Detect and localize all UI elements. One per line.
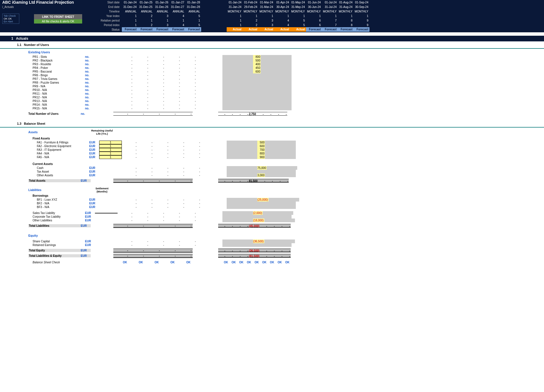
month-cell[interactable] (222, 88, 230, 92)
month-cell[interactable] (238, 107, 245, 110)
month-cell[interactable] (230, 84, 238, 88)
month-cell[interactable] (245, 211, 253, 215)
month-cell[interactable] (245, 55, 253, 59)
month-cell[interactable] (284, 73, 292, 77)
month-cell[interactable] (288, 170, 296, 173)
month-cell[interactable] (280, 219, 287, 222)
month-cell[interactable] (280, 155, 288, 159)
month-cell[interactable] (227, 166, 234, 170)
month-cell[interactable] (287, 240, 295, 243)
month-cell[interactable] (280, 144, 288, 148)
month-cell[interactable] (253, 81, 261, 84)
month-cell[interactable] (273, 152, 280, 155)
month-cell[interactable] (269, 198, 276, 202)
month-cell[interactable] (230, 99, 238, 103)
month-cell[interactable] (245, 103, 253, 107)
month-cell[interactable] (234, 198, 242, 202)
month-cell[interactable]: 800 (257, 152, 265, 155)
month-cell[interactable] (276, 88, 284, 92)
month-cell[interactable] (245, 81, 253, 84)
month-cell[interactable] (238, 92, 245, 96)
month-cell[interactable] (276, 59, 284, 62)
month-cell[interactable]: (36,500) (253, 240, 264, 243)
month-cell[interactable] (227, 173, 234, 177)
month-cell[interactable] (280, 205, 288, 209)
month-cell[interactable] (264, 240, 272, 243)
month-cell[interactable] (261, 103, 268, 107)
month-cell[interactable]: 500 (257, 141, 265, 144)
month-cell[interactable] (245, 215, 253, 219)
month-cell[interactable]: (2,000) (253, 211, 263, 215)
month-cell[interactable] (245, 59, 253, 62)
month-cell[interactable] (242, 173, 250, 177)
month-cell[interactable] (265, 202, 273, 205)
month-cell[interactable] (245, 240, 253, 243)
month-cell[interactable]: 600 (257, 144, 265, 148)
month-cell[interactable] (242, 148, 250, 152)
month-cell[interactable] (245, 66, 253, 70)
month-cell[interactable] (261, 99, 268, 103)
month-cell[interactable] (238, 84, 245, 88)
month-cell[interactable] (261, 70, 268, 73)
month-cell[interactable] (253, 73, 261, 77)
month-cell[interactable] (257, 170, 265, 173)
month-cell[interactable] (269, 99, 276, 103)
month-cell[interactable]: 3,000 (257, 173, 265, 177)
month-cell[interactable] (265, 170, 273, 173)
month-cell[interactable] (234, 152, 242, 155)
month-cell[interactable] (280, 148, 288, 152)
month-cell[interactable] (269, 66, 276, 70)
month-cell[interactable] (253, 84, 261, 88)
month-cell[interactable] (238, 59, 245, 62)
month-cell[interactable] (276, 107, 284, 110)
month-cell[interactable] (242, 170, 250, 173)
month-cell[interactable] (269, 77, 276, 81)
month-cell[interactable] (234, 173, 242, 177)
month-cell[interactable] (273, 148, 280, 152)
month-cell[interactable] (284, 215, 292, 219)
month-cell[interactable] (222, 66, 230, 70)
month-cell[interactable] (230, 77, 238, 81)
month-cell[interactable] (261, 107, 268, 110)
month-cell[interactable] (222, 81, 230, 84)
month-cell[interactable] (238, 99, 245, 103)
month-cell[interactable] (245, 92, 253, 96)
month-cell[interactable] (265, 144, 273, 148)
month-cell[interactable] (269, 84, 276, 88)
month-cell[interactable] (284, 84, 292, 88)
month-cell[interactable] (250, 144, 257, 148)
month-cell[interactable] (245, 96, 253, 99)
month-cell[interactable] (284, 88, 292, 92)
month-cell[interactable] (230, 96, 238, 99)
month-cell[interactable] (284, 107, 292, 110)
month-cell[interactable] (284, 103, 292, 107)
month-cell[interactable] (227, 170, 234, 173)
month-cell[interactable] (284, 99, 292, 103)
month-cell[interactable]: 500 (253, 59, 261, 62)
month-cell[interactable] (280, 202, 288, 205)
month-cell[interactable] (250, 173, 257, 177)
month-cell[interactable]: 75,000 (257, 166, 267, 170)
month-cell[interactable] (269, 73, 276, 77)
month-cell[interactable]: 400 (253, 62, 261, 66)
month-cell[interactable] (227, 205, 234, 209)
month-cell[interactable] (250, 198, 257, 202)
month-cell[interactable] (238, 240, 245, 243)
month-cell[interactable] (276, 215, 284, 219)
month-cell[interactable] (227, 152, 234, 155)
month-cell[interactable] (269, 92, 276, 96)
month-cell[interactable] (234, 202, 242, 205)
month-cell[interactable] (269, 81, 276, 84)
month-cell[interactable] (264, 219, 272, 222)
month-cell[interactable] (238, 66, 245, 70)
month-cell[interactable] (269, 62, 276, 66)
month-cell[interactable] (230, 66, 238, 70)
month-cell[interactable] (222, 92, 230, 96)
month-cell[interactable] (284, 62, 292, 66)
month-cell[interactable] (234, 155, 242, 159)
month-cell[interactable] (250, 155, 257, 159)
month-cell[interactable] (253, 107, 261, 110)
month-cell[interactable] (227, 144, 234, 148)
month-cell[interactable] (238, 70, 245, 73)
month-cell[interactable] (276, 243, 284, 247)
